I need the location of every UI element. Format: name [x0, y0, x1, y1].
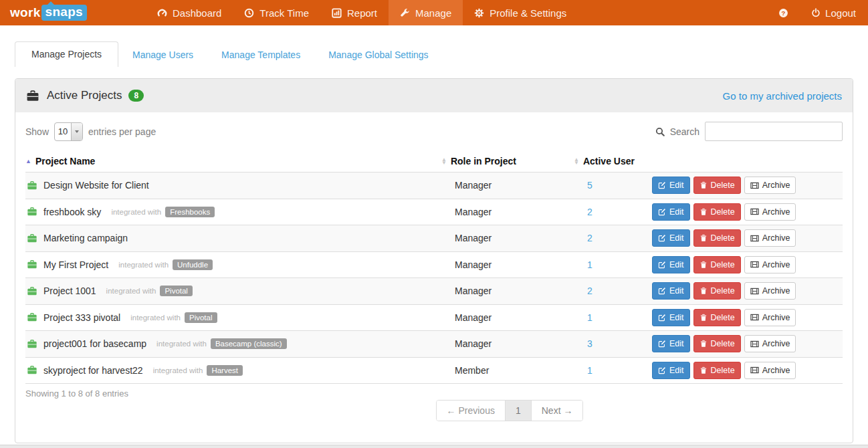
active-user-link[interactable]: 2: [587, 207, 592, 217]
wrench-icon: [400, 8, 410, 18]
table-row: Project 1001 integrated with Pivotal Man…: [25, 278, 843, 305]
page-size-select[interactable]: 10: [54, 122, 83, 141]
nav-item-dashboard[interactable]: Dashboard: [146, 0, 233, 25]
pagination-page-1[interactable]: 1: [505, 401, 531, 421]
column-header-active-user[interactable]: ▲▼ Active User: [574, 156, 644, 166]
active-user-link[interactable]: 5: [587, 180, 592, 191]
project-name: Design Website for Client: [43, 180, 149, 191]
archived-projects-link[interactable]: Go to my archived projects: [723, 90, 842, 102]
delete-button[interactable]: Delete: [693, 177, 741, 194]
integration-badge: Unfuddle: [173, 259, 213, 270]
navbar-right: ? Logout: [778, 0, 868, 25]
delete-button-label: Delete: [711, 338, 735, 349]
active-user-link[interactable]: 2: [587, 286, 592, 296]
integrated-with-label: integrated with: [111, 208, 161, 216]
delete-button-label: Delete: [711, 180, 735, 191]
archive-button-label: Archive: [762, 180, 790, 191]
archive-button[interactable]: Archive: [744, 177, 796, 194]
delete-button[interactable]: Delete: [693, 309, 741, 326]
delete-button-label: Delete: [711, 312, 735, 323]
nav-item-manage[interactable]: Manage: [389, 0, 463, 25]
integration: integrated with Harvest: [153, 365, 243, 376]
table-row: Design Website for Client Manager 5 Edit…: [25, 173, 843, 199]
show-label: Show: [25, 126, 49, 137]
pagination-next-button[interactable]: Next →: [531, 401, 583, 421]
edit-button[interactable]: Edit: [652, 362, 690, 379]
column-header-project-name[interactable]: ▲ Project Name: [25, 156, 441, 166]
nav-item-label: Profile & Settings: [490, 7, 566, 19]
integration-badge: Pivotal: [185, 312, 217, 323]
briefcase-icon: [27, 233, 37, 243]
delete-button[interactable]: Delete: [693, 335, 741, 352]
edit-button[interactable]: Edit: [652, 256, 690, 273]
archive-button[interactable]: Archive: [744, 229, 796, 247]
archive-button[interactable]: Archive: [744, 282, 796, 300]
edit-button[interactable]: Edit: [652, 335, 690, 352]
delete-button[interactable]: Delete: [693, 282, 741, 300]
tab-manage-global-settings[interactable]: Manage Global Settings: [314, 43, 442, 67]
archive-button[interactable]: Archive: [744, 362, 796, 379]
edit-icon: [658, 261, 666, 269]
archive-button[interactable]: Archive: [744, 309, 796, 326]
table-row: Project 333 pivotal integrated with Pivo…: [25, 305, 843, 332]
active-user-link[interactable]: 1: [587, 312, 592, 323]
project-name: Marketing campaign: [43, 233, 128, 243]
edit-icon: [658, 181, 666, 189]
tab-manage-projects[interactable]: Manage Projects: [15, 41, 118, 67]
edit-button[interactable]: Edit: [652, 282, 690, 300]
archive-button-label: Archive: [762, 259, 790, 270]
trash-icon: [699, 366, 708, 374]
active-user-cell: 2: [574, 233, 644, 243]
delete-button[interactable]: Delete: [693, 229, 741, 247]
tab-manage-templates[interactable]: Manage Templates: [207, 43, 314, 67]
edit-button-label: Edit: [669, 207, 684, 217]
project-name-cell: Marketing campaign: [25, 233, 441, 243]
edit-icon: [658, 366, 666, 374]
sort-both-icon: ▲▼: [574, 158, 579, 164]
archive-button-label: Archive: [762, 312, 790, 323]
edit-icon: [658, 208, 666, 216]
question-circle-icon[interactable]: ?: [778, 8, 788, 18]
search-input[interactable]: [705, 122, 843, 141]
table-controls: Show 10 entries per page Search: [15, 112, 853, 141]
pagination-previous-button[interactable]: ← Previous: [437, 401, 505, 421]
column-label: Active User: [583, 156, 635, 166]
active-user-link[interactable]: 3: [587, 338, 592, 349]
edit-button[interactable]: Edit: [652, 309, 690, 326]
clock-icon: [244, 8, 254, 18]
pagination-wrap: ← Previous 1 Next →: [91, 400, 853, 421]
film-icon: [750, 234, 759, 243]
archive-button[interactable]: Archive: [744, 203, 796, 221]
integrated-with-label: integrated with: [106, 287, 156, 295]
worksnaps-logo[interactable]: work snaps: [10, 0, 87, 25]
column-header-role[interactable]: ▲▼ Role in Project: [441, 156, 574, 166]
delete-button[interactable]: Delete: [693, 362, 741, 379]
nav-item-report[interactable]: Report: [320, 0, 389, 25]
nav-item-label: Dashboard: [173, 7, 221, 19]
active-user-link[interactable]: 1: [587, 365, 592, 376]
active-user-link[interactable]: 1: [587, 259, 592, 270]
edit-button[interactable]: Edit: [652, 203, 690, 221]
project-name-cell: My First Project integrated with Unfuddl…: [25, 259, 441, 270]
delete-button[interactable]: Delete: [693, 256, 741, 273]
integrated-with-label: integrated with: [156, 340, 207, 348]
delete-button[interactable]: Delete: [693, 203, 741, 221]
edit-button[interactable]: Edit: [652, 177, 690, 194]
edit-icon: [658, 340, 666, 348]
archive-button[interactable]: Archive: [744, 335, 796, 352]
archive-button[interactable]: Archive: [744, 256, 796, 273]
edit-button[interactable]: Edit: [652, 229, 690, 247]
integration: integrated with Basecamp (classic): [156, 338, 287, 349]
nav-item-track-time[interactable]: Track Time: [233, 0, 320, 25]
svg-text:?: ?: [782, 9, 786, 16]
project-name-cell: skyproject for harvest22 integrated with…: [25, 365, 441, 376]
archive-button-label: Archive: [762, 207, 790, 217]
briefcase-icon: [27, 207, 37, 217]
nav-item-profile-settings[interactable]: Profile & Settings: [463, 0, 578, 25]
active-user-cell: 2: [574, 286, 644, 296]
logout-button[interactable]: Logout: [811, 7, 856, 19]
active-user-cell: 3: [574, 338, 644, 349]
tab-manage-users[interactable]: Manage Users: [118, 43, 207, 67]
logo-text-snaps: snaps: [41, 5, 87, 21]
active-user-link[interactable]: 2: [587, 233, 592, 243]
